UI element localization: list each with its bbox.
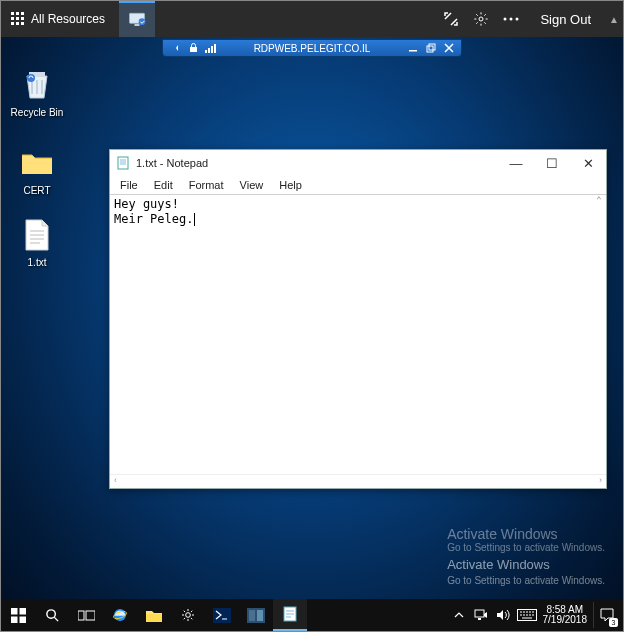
connection-bar[interactable]: RDPWEB.PELEGIT.CO.IL [162,39,462,57]
svg-point-6 [516,18,519,21]
all-resources-button[interactable]: All Resources [1,1,115,37]
sign-out-button[interactable]: Sign Out [526,12,605,27]
scroll-left-icon[interactable]: ‹ [114,475,117,488]
window-minimize-button[interactable]: — [498,150,534,176]
activate-windows-watermark: Activate Windows Go to Settings to activ… [447,556,605,587]
text-line: Hey guys! [114,197,602,212]
monitor-icon [127,10,147,30]
svg-point-22 [46,609,54,617]
svg-rect-9 [208,48,210,53]
svg-rect-7 [190,47,197,52]
svg-rect-13 [427,46,433,52]
rdweb-topbar: All Resources Sign Out ▲ [1,1,623,37]
desktop-icon-label: CERT [7,185,67,196]
apps-grid-icon [11,12,25,26]
svg-rect-8 [205,50,207,53]
start-button[interactable] [1,599,35,631]
chevron-up-icon[interactable]: ▲ [605,1,623,37]
text-file-icon [19,217,55,253]
svg-rect-20 [11,616,18,623]
menu-view[interactable]: View [234,178,270,192]
signal-icon [205,42,217,54]
tray-chevron-up-icon[interactable] [451,607,467,623]
svg-rect-24 [86,611,95,620]
tray-network-icon[interactable] [473,607,489,623]
notepad-text-area[interactable]: ⌃ Hey guys! Meir Peleg. [110,195,606,474]
svg-rect-34 [475,610,484,617]
desktop-icon-txt-file[interactable]: 1.txt [7,217,67,268]
pin-icon[interactable] [169,42,181,54]
svg-point-28 [186,613,191,618]
restore-icon[interactable] [425,42,437,54]
svg-rect-31 [249,610,255,621]
notepad-status-bar: ‹ › [110,474,606,488]
menu-file[interactable]: File [114,178,144,192]
svg-rect-21 [19,616,26,623]
svg-point-5 [510,18,513,21]
scroll-right-icon[interactable]: › [599,475,602,488]
svg-rect-19 [19,608,26,615]
expand-icon[interactable] [436,1,466,37]
more-icon[interactable] [496,1,526,37]
activate-windows-watermark-back: Activate Windows Go to Settings to activ… [447,526,605,553]
scroll-up-icon[interactable]: ⌃ [592,195,606,209]
notification-badge: 3 [609,618,618,627]
tray-clock[interactable]: 8:58 AM 7/19/2018 [543,605,588,626]
notepad-title-text: 1.txt - Notepad [136,157,498,169]
text-line: Meir Peleg. [114,212,602,227]
svg-rect-12 [409,50,417,52]
tray-date: 7/19/2018 [543,615,588,626]
desktop-icon-recycle-bin[interactable]: Recycle Bin [7,67,67,118]
tray-notifications-icon[interactable]: 3 [593,602,619,628]
notepad-window[interactable]: 1.txt - Notepad — ☐ ✕ File Edit Format V… [109,149,607,489]
menu-format[interactable]: Format [183,178,230,192]
svg-rect-27 [146,614,162,622]
desktop-icon-label: 1.txt [7,257,67,268]
svg-rect-23 [78,611,84,620]
notepad-icon [116,156,130,170]
close-icon[interactable] [443,42,455,54]
connection-host-label: RDPWEB.PELEGIT.CO.IL [223,43,401,54]
settings-gear-icon[interactable] [466,1,496,37]
taskbar-powershell-icon[interactable] [205,599,239,631]
svg-point-4 [504,18,507,21]
menu-edit[interactable]: Edit [148,178,179,192]
desktop-icon-cert-folder[interactable]: CERT [7,145,67,196]
tray-keyboard-icon[interactable] [517,607,537,623]
lock-icon [187,42,199,54]
taskbar-notepad-icon[interactable] [273,599,307,631]
svg-rect-11 [214,44,216,53]
search-button[interactable] [35,599,69,631]
svg-rect-32 [257,610,263,621]
taskbar-ie-icon[interactable] [103,599,137,631]
notepad-titlebar[interactable]: 1.txt - Notepad — ☐ ✕ [110,150,606,176]
svg-rect-29 [213,608,231,623]
taskbar-settings-icon[interactable] [171,599,205,631]
notepad-menubar: File Edit Format View Help [110,176,606,195]
taskbar-explorer-icon[interactable] [137,599,171,631]
system-tray: 8:58 AM 7/19/2018 3 [451,602,624,628]
minimize-icon[interactable] [407,42,419,54]
svg-rect-17 [118,157,128,169]
task-view-button[interactable] [69,599,103,631]
svg-rect-10 [211,46,213,53]
taskbar: 8:58 AM 7/19/2018 3 [1,599,623,631]
all-resources-label: All Resources [31,12,105,26]
recycle-bin-icon [19,67,55,103]
svg-rect-1 [135,24,140,26]
svg-rect-35 [478,618,481,620]
window-close-button[interactable]: ✕ [570,150,606,176]
svg-point-16 [27,74,35,82]
remote-desktop[interactable]: RDPWEB.PELEGIT.CO.IL Recycle Bin CERT [1,37,623,631]
folder-icon [19,145,55,181]
menu-help[interactable]: Help [273,178,308,192]
window-maximize-button[interactable]: ☐ [534,150,570,176]
desktop-icon-label: Recycle Bin [7,107,67,118]
text-caret [194,213,195,226]
taskbar-server-manager-icon[interactable] [239,599,273,631]
svg-rect-18 [11,608,18,615]
svg-rect-14 [429,44,435,50]
rdp-app-tile[interactable] [119,1,155,37]
app-frame: All Resources Sign Out ▲ [0,0,624,632]
tray-volume-icon[interactable] [495,607,511,623]
